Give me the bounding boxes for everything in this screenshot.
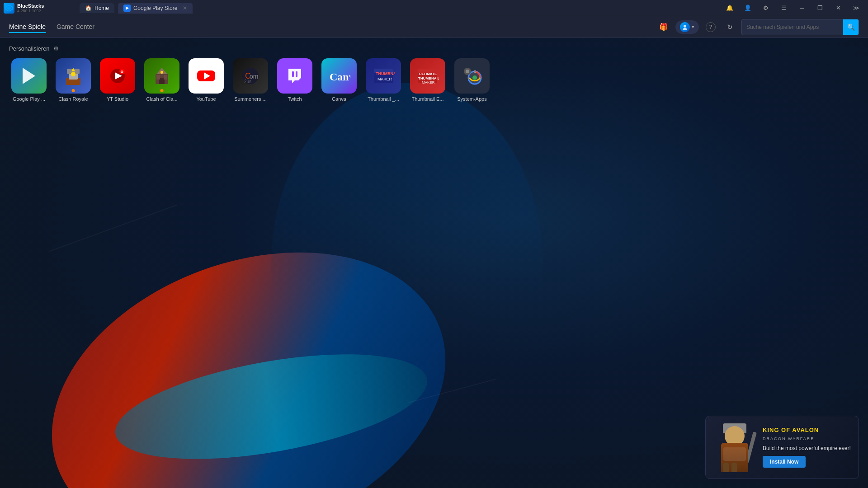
ad-game-title: KING OF AVALON <box>763 427 852 433</box>
close-btn[interactable]: ✕ <box>830 0 846 16</box>
svg-text:⚙: ⚙ <box>473 69 477 74</box>
refresh-icon: ↻ <box>727 23 733 31</box>
clash-of-clans-label: Clash of Cla... <box>146 96 177 102</box>
tab-home[interactable]: 🏠 Home <box>80 3 114 13</box>
help-btn[interactable]: ? <box>703 20 718 34</box>
topnav: Meine Spiele Game Center 🎁 ▾ ? ↻ <box>0 16 868 38</box>
clash-royale-label: Clash Royale <box>58 96 88 102</box>
google-play-label: Google Play ... <box>13 96 45 102</box>
app-system-apps[interactable]: ⚙ System-Apps <box>452 58 492 102</box>
svg-rect-28 <box>296 71 297 77</box>
svg-point-4 <box>683 28 687 30</box>
apps-section: Personalisieren ⚙ Google Play ... <box>0 38 868 109</box>
svg-rect-19 <box>164 75 167 80</box>
apps-grid: Google Play ... Clash Royale <box>9 58 859 102</box>
svg-point-43 <box>466 70 469 73</box>
clash-royale-dot <box>72 89 75 92</box>
google-play-icon <box>11 58 47 94</box>
play-store-tab-label: Google Play Store <box>133 5 177 11</box>
app-summoners[interactable]: C om 2us Summoners ... <box>231 58 270 102</box>
app-version: 4.280.1.1002 <box>17 9 44 13</box>
personalisieren-settings-icon[interactable]: ⚙ <box>53 45 59 52</box>
app-canva[interactable]: Canva ⋮ Canva <box>319 58 359 102</box>
notification-btn[interactable]: 🔔 <box>722 0 738 16</box>
account-btn[interactable]: 👤 <box>740 0 756 16</box>
app-name: BlueStacks <box>17 3 44 9</box>
canva-label: Canva <box>332 96 346 102</box>
home-tab-label: Home <box>94 5 109 11</box>
content-area: Personalisieren ⚙ Google Play ... <box>0 38 868 488</box>
app-thumbnail[interactable]: THUMBNAIL MAKER Thumbnail _... <box>363 58 403 102</box>
thumbnail-label: Thumbnail _... <box>368 96 399 102</box>
svg-rect-18 <box>156 75 160 80</box>
ad-banner: KING OF AVALON DRAGON WARFARE Build the … <box>705 416 859 479</box>
svg-text:Canva: Canva <box>330 71 350 83</box>
search-bar[interactable]: 🔍 <box>741 19 859 35</box>
youtube-label: YouTube <box>196 96 216 102</box>
svg-text:ULTIMATE: ULTIMATE <box>419 72 437 76</box>
bluestacks-logo: BlueStacks 4.280.1.1002 <box>4 3 76 14</box>
svg-text:MAKER: MAKER <box>377 77 392 81</box>
search-input[interactable] <box>742 21 843 33</box>
svg-text:THUMBNAIL: THUMBNAIL <box>418 76 439 80</box>
nav-tab-game-center[interactable]: Game Center <box>57 21 94 33</box>
app-twitch[interactable]: Twitch <box>275 58 315 102</box>
svg-point-41 <box>472 75 477 80</box>
gift-icon: 🎁 <box>659 23 668 31</box>
app-google-play[interactable]: Google Play ... <box>9 58 49 102</box>
app-thumbnail-maker[interactable]: ULTIMATE THUMBNAIL MAKER Thumbnail E... <box>408 58 448 102</box>
personalisieren-bar: Personalisieren ⚙ <box>9 45 859 52</box>
svg-rect-27 <box>292 71 294 77</box>
search-icon: 🔍 <box>847 23 855 31</box>
user-chevron: ▾ <box>692 24 694 30</box>
king-figure <box>717 427 753 472</box>
install-now-button[interactable]: Install Now <box>763 456 806 468</box>
svg-marker-5 <box>23 68 35 84</box>
window-controls: 🔔 👤 ⚙ ☰ ─ ❐ ✕ ≫ <box>722 0 864 16</box>
app-body: Meine Spiele Game Center 🎁 ▾ ? ↻ <box>0 16 868 488</box>
svg-marker-1 <box>7 6 11 10</box>
search-button[interactable]: 🔍 <box>843 19 859 35</box>
app-clash-of-clans[interactable]: Clash of Cla... <box>142 58 182 102</box>
avatar <box>680 22 690 32</box>
settings-btn[interactable]: ⚙ <box>758 0 774 16</box>
play-store-tab-icon <box>123 5 131 12</box>
ad-content: KING OF AVALON DRAGON WARFARE Build the … <box>763 427 852 467</box>
app-yt-studio[interactable]: ⚙ YT Studio <box>98 58 137 102</box>
minimize-btn[interactable]: ─ <box>794 0 810 16</box>
bs-logo-icon <box>4 3 14 14</box>
canva-icon: Canva ⋮ <box>321 58 357 94</box>
maximize-btn[interactable]: ❐ <box>812 0 828 16</box>
youtube-icon <box>189 58 224 94</box>
ad-description: Build the most powerful empire ever! <box>763 445 852 452</box>
svg-point-9 <box>71 72 75 76</box>
thumbnail-icon: THUMBNAIL MAKER <box>366 58 401 94</box>
svg-text:THUMBNAIL: THUMBNAIL <box>376 71 395 76</box>
close-tab-icon[interactable]: ✕ <box>183 5 187 11</box>
menu-btn[interactable]: ☰ <box>776 0 792 16</box>
summoners-label: Summoners ... <box>234 96 267 102</box>
ad-character <box>712 422 757 472</box>
home-tab-icon: 🏠 <box>85 5 92 11</box>
yt-studio-label: YT Studio <box>107 96 128 102</box>
svg-point-3 <box>684 25 686 28</box>
help-icon: ? <box>706 22 716 32</box>
app-clash-royale[interactable]: Clash Royale <box>53 58 93 102</box>
clash-of-clans-icon <box>144 58 179 94</box>
tab-google-play-store[interactable]: Google Play Store ✕ <box>118 3 193 14</box>
thumbnail-maker-label: Thumbnail E... <box>412 96 444 102</box>
system-apps-icon: ⚙ <box>454 58 490 94</box>
user-btn[interactable]: ▾ <box>675 20 699 34</box>
gift-btn[interactable]: 🎁 <box>656 20 671 34</box>
svg-marker-2 <box>126 6 129 10</box>
clash-of-clans-dot <box>160 89 164 92</box>
summoners-icon: C om 2us <box>233 58 268 94</box>
titlebar: BlueStacks 4.280.1.1002 🏠 Home Google Pl… <box>0 0 868 16</box>
app-youtube[interactable]: YouTube <box>186 58 226 102</box>
nav-tab-meine-spiele[interactable]: Meine Spiele <box>9 21 46 33</box>
expand-btn[interactable]: ≫ <box>848 0 864 16</box>
svg-text:MAKER: MAKER <box>422 80 435 84</box>
bg-accent <box>271 83 542 445</box>
refresh-btn[interactable]: ↻ <box>722 20 737 34</box>
svg-point-20 <box>160 71 163 74</box>
